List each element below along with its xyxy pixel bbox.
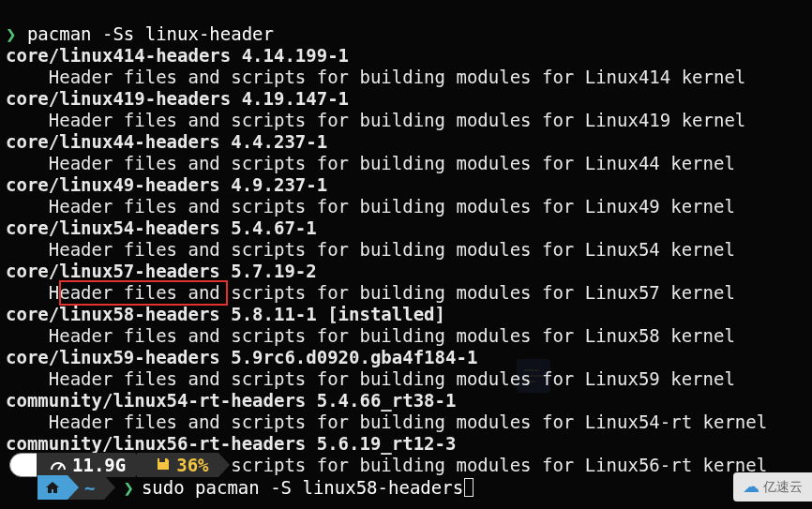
watermark-text: 亿速云 (763, 476, 803, 498)
package-description: Header files and scripts for building mo… (6, 412, 767, 432)
package-entry: core/linux49-headers 4.9.237-1 (6, 174, 327, 195)
package-description: Header files and scripts for building mo… (6, 110, 745, 130)
home-icon (45, 477, 60, 499)
text-cursor (464, 478, 474, 497)
package-entry: core/linux44-headers 4.4.237-1 (6, 131, 327, 152)
package-description: Header files and scripts for building mo… (6, 282, 735, 303)
package-description: Header files and scripts for building mo… (6, 67, 745, 87)
prompt-arrow-icon: ❯ (6, 23, 16, 44)
package-entry: core/linux54-headers 5.4.67-1 (6, 217, 317, 238)
disk-save-icon (156, 455, 171, 476)
gauge-icon (50, 455, 67, 476)
memory-usage-segment: 36% (137, 453, 218, 477)
package-entry: core/linux414-headers 4.14.199-1 (6, 45, 349, 66)
prompt-bar: ~ ❯ sudo pacman -S linux58-headers (38, 475, 474, 500)
package-entry: core/linux59-headers 5.9rc6.d0920.gba4f1… (6, 347, 477, 367)
command-line-2: sudo pacman -S linux58-headers (142, 477, 463, 499)
package-entry: core/linux57-headers 5.7.19-2 (6, 261, 317, 281)
memory-usage-value: 36% (176, 455, 208, 476)
prompt-home-segment (38, 475, 68, 500)
package-entry: core/linux419-headers 4.19.147-1 (6, 88, 349, 109)
package-entry-installed: core/linux58-headers 5.8.11-1 [installed… (6, 304, 445, 324)
package-description: Header files and scripts for building mo… (6, 153, 735, 173)
prompt-arrow-icon: ❯ (123, 477, 133, 499)
package-description: Header files and scripts for building mo… (6, 239, 735, 260)
command-line-1: pacman -Ss linux-header (27, 23, 274, 44)
package-entry: community/linux54-rt-headers 5.4.66_rt38… (6, 390, 456, 411)
status-bar: 11.9G 36% (9, 453, 218, 477)
package-entry: community/linux56-rt-headers 5.6.19_rt12… (6, 433, 456, 454)
package-description: Header files and scripts for building mo… (6, 325, 735, 346)
disk-usage-value: 11.9G (72, 455, 126, 476)
terminal-window[interactable]: ❯ pacman -Ss linux-header core/linux414-… (0, 0, 812, 509)
svg-line-0 (58, 464, 62, 470)
disk-usage-segment: 11.9G (37, 453, 135, 477)
package-description: Header files and scripts for building mo… (6, 196, 735, 217)
watermark-badge: ☁ 亿速云 (733, 472, 812, 502)
cloud-icon: ☁ (743, 476, 759, 498)
prompt-command-area[interactable]: ❯ sudo pacman -S linux58-headers (104, 477, 474, 499)
prompt-dir-text: ~ (84, 477, 95, 499)
package-description: Header files and scripts for building mo… (6, 368, 735, 389)
